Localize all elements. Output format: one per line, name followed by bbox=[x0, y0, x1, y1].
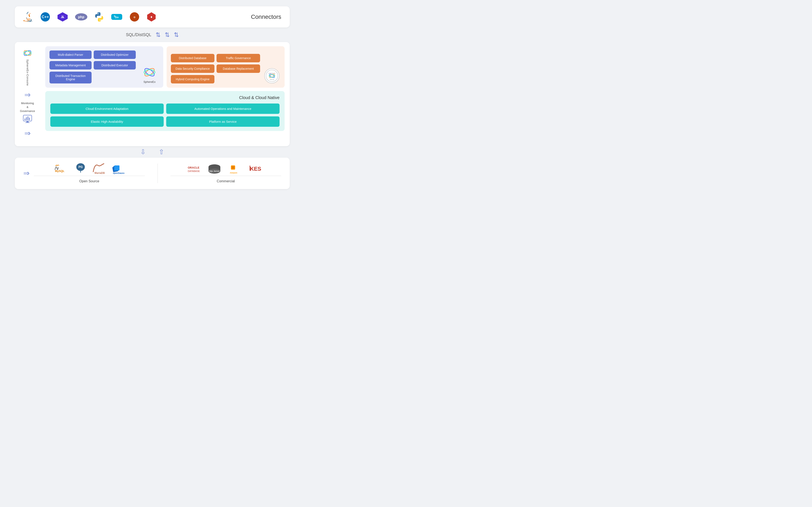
svg-text:SQL Server: SQL Server bbox=[209, 170, 219, 172]
svg-rect-17 bbox=[27, 121, 29, 122]
svg-text:PG: PG bbox=[79, 165, 83, 169]
feature-box: Distributed Database Traffic Governance … bbox=[167, 46, 285, 88]
svg-text:C++: C++ bbox=[42, 15, 49, 19]
mysql-icon: MySQL bbox=[54, 164, 69, 174]
cloud-box: Cloud & Cloud Native Cloud Environment A… bbox=[45, 91, 285, 131]
bottom-section: ⇒ MySQL bbox=[15, 158, 290, 189]
kernel-logo: SphereEx bbox=[140, 65, 159, 83]
connectors-label: Connectors bbox=[251, 13, 281, 20]
opensource-label: Open Source bbox=[79, 179, 99, 183]
sidebar-top: SphereEx-Console ⇒ bbox=[23, 48, 32, 101]
multi-dialect-parser-btn[interactable]: Multi-dialect Parser bbox=[49, 51, 92, 59]
svg-text:MariaDB: MariaDB bbox=[95, 172, 105, 174]
opengauss-icon: openGauss bbox=[112, 164, 124, 174]
sidebar: SphereEx-Console ⇒ Monitoring&Governance bbox=[15, 42, 40, 146]
postgresql-icon-item: PG bbox=[74, 164, 87, 174]
monitoring-label: Monitoring&Governance bbox=[20, 101, 35, 113]
db-arrow-up: ⇧ bbox=[159, 148, 164, 156]
monitor-icon bbox=[23, 115, 32, 125]
kernel-box: Multi-dialect Parser Distributed Optimiz… bbox=[45, 46, 163, 88]
svg-text:⚙: ⚙ bbox=[134, 15, 136, 19]
mariadb-icon: MariaDB bbox=[92, 164, 106, 174]
sqlserver-icon-item: SQL Server bbox=[208, 164, 223, 174]
dotnet-icon: N bbox=[57, 12, 68, 22]
ruby-icon: ♦ bbox=[146, 12, 156, 22]
distributed-transaction-engine-btn[interactable]: Distributed Transaction Engine bbox=[49, 72, 92, 83]
amazon-aurora-icon: Amazon Aurora bbox=[229, 164, 244, 174]
kes-icon-item: KES bbox=[250, 164, 264, 174]
oracle-icon: ORACLE DATABASE bbox=[187, 164, 202, 174]
cpp-icon: C++ bbox=[40, 12, 50, 22]
kernel-feature-row: Multi-dialect Parser Distributed Optimiz… bbox=[45, 46, 285, 88]
amazon-aurora-icon-item: Amazon Aurora bbox=[229, 164, 244, 174]
svg-text:POWERED BY: POWERED BY bbox=[268, 73, 276, 74]
cloud-title: Cloud & Cloud Native bbox=[50, 95, 280, 100]
sql-arrow-2: ⇅ bbox=[165, 31, 169, 38]
cloud-environment-adaptation-btn[interactable]: Cloud Environment Adaptation bbox=[50, 104, 164, 114]
sqlserver-icon: SQL Server bbox=[208, 164, 223, 174]
svg-text:Aurora: Aurora bbox=[230, 174, 236, 174]
automated-operations-btn[interactable]: Automated Operations and Maintenance bbox=[166, 104, 280, 114]
commercial-icons: ORACLE DATABASE SQL Server bbox=[170, 164, 282, 176]
sql-arrow-3: ⇅ bbox=[174, 31, 179, 38]
svg-rect-20 bbox=[26, 117, 27, 120]
distributed-executor-btn[interactable]: Distributed Executor bbox=[94, 61, 136, 69]
php-icon: php bbox=[75, 13, 88, 21]
opengauss-icon-item: openGauss bbox=[112, 164, 124, 174]
svg-rect-18 bbox=[26, 122, 30, 123]
db-left-arrow: ⇒ bbox=[23, 164, 34, 183]
opensource-icons: MySQL bbox=[34, 164, 145, 176]
svg-text:MySQL: MySQL bbox=[55, 169, 64, 173]
apache-badge: POWERED BY APACHE bbox=[263, 68, 281, 83]
db-arrow-down: ⇩ bbox=[140, 148, 146, 156]
postgresql-icon: PG bbox=[74, 164, 87, 174]
svg-rect-21 bbox=[28, 116, 28, 120]
metadata-management-btn[interactable]: Metadata Management bbox=[49, 61, 92, 69]
java-icon bbox=[23, 11, 34, 22]
sql-row: SQL/DistSQL ⇅ ⇅ ⇅ bbox=[15, 27, 290, 42]
svg-rect-49 bbox=[232, 166, 234, 169]
db-content: MySQL bbox=[34, 164, 281, 183]
hybrid-computing-engine-btn[interactable]: Hybrid Computing Engine bbox=[171, 75, 214, 83]
svg-text:APACHE: APACHE bbox=[270, 79, 274, 80]
sidebar-bottom: Monitoring&Governance ⇒ bbox=[20, 101, 35, 140]
sql-label: SQL/DistSQL bbox=[126, 32, 151, 37]
commercial-section: ORACLE DATABASE SQL Server bbox=[170, 164, 282, 183]
distributed-optimizer-btn[interactable]: Distributed Optimizer bbox=[94, 51, 136, 59]
sidebar-arrow-right: ⇒ bbox=[24, 91, 31, 99]
distributed-database-btn[interactable]: Distributed Database bbox=[171, 54, 214, 62]
python-icon bbox=[94, 12, 104, 22]
middle-section: SphereEx-Console ⇒ Monitoring&Governance bbox=[15, 42, 290, 146]
kes-icon: KES bbox=[250, 164, 264, 174]
opensource-section: MySQL bbox=[34, 164, 145, 183]
sql-arrow-1: ⇅ bbox=[156, 31, 160, 38]
elastic-high-availability-btn[interactable]: Elastic High Availability bbox=[50, 116, 164, 127]
go-icon: Go bbox=[111, 12, 123, 22]
svg-text:Go: Go bbox=[115, 16, 119, 19]
traffic-governance-btn[interactable]: Traffic Governance bbox=[216, 54, 260, 62]
platform-as-service-btn[interactable]: Platform as Service bbox=[166, 116, 280, 127]
database-replacement-btn[interactable]: Database Replacement bbox=[216, 64, 260, 73]
cloud-grid: Cloud Environment Adaptation Automated O… bbox=[50, 104, 280, 127]
apache-circle: POWERED BY APACHE bbox=[264, 68, 280, 83]
sphereex-brand-name: SphereEx bbox=[143, 80, 155, 83]
sphereex-logo: SphereEx-Console bbox=[23, 48, 32, 86]
sphereex-circle-logo bbox=[143, 65, 156, 79]
svg-text:php: php bbox=[78, 15, 84, 19]
commercial-label: Commercial bbox=[217, 179, 235, 183]
svg-text:♦: ♦ bbox=[150, 15, 152, 19]
mysql-icon-item: MySQL bbox=[54, 164, 69, 174]
oracle-icon-item: ORACLE DATABASE bbox=[187, 164, 202, 174]
svg-text:KES: KES bbox=[250, 166, 261, 172]
mariadb-icon-item: MariaDB bbox=[92, 164, 106, 174]
svg-text:openGauss: openGauss bbox=[113, 172, 124, 174]
kernel-buttons: Multi-dialect Parser Distributed Optimiz… bbox=[49, 51, 136, 83]
svg-text:DATABASE: DATABASE bbox=[188, 170, 200, 172]
svg-rect-19 bbox=[24, 118, 26, 120]
sphereex-logo-icon bbox=[23, 48, 32, 58]
connectors-box: C++ N php bbox=[15, 6, 290, 27]
data-security-compliance-btn[interactable]: Data Security Compliance bbox=[171, 64, 214, 73]
db-arrow-row: ⇩ ⇧ bbox=[15, 146, 290, 158]
sidebar-arrow-right-2: ⇒ bbox=[24, 129, 31, 138]
rust-icon: ⚙ bbox=[130, 12, 140, 22]
